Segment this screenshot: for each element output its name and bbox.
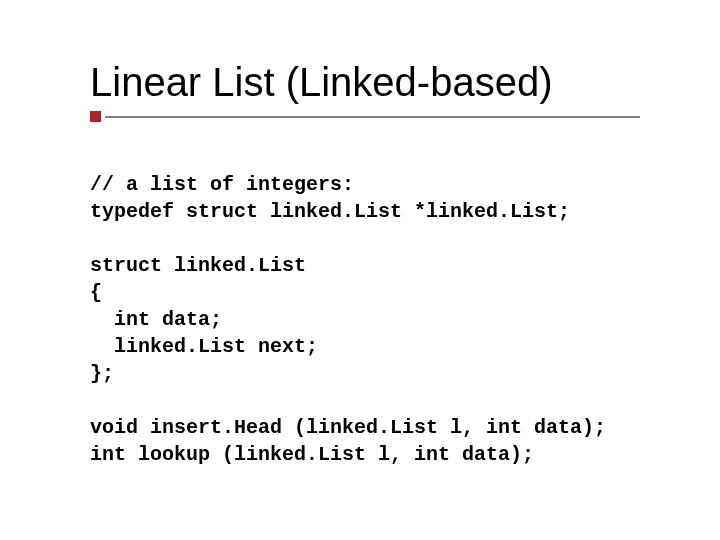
code-line: typedef struct linked.List *linked.List; — [90, 200, 570, 223]
title-underline — [90, 111, 640, 122]
code-block: // a list of integers: typedef struct li… — [90, 144, 640, 495]
slide-title: Linear List (Linked-based) — [90, 60, 640, 105]
bullet-icon — [90, 111, 101, 122]
slide: Linear List (Linked-based) // a list of … — [0, 0, 720, 540]
code-line: struct linked.List — [90, 254, 306, 277]
code-line: }; — [90, 362, 114, 385]
divider-line — [105, 116, 640, 118]
code-line: // a list of integers: — [90, 173, 354, 196]
code-line: int lookup (linked.List l, int data); — [90, 443, 534, 466]
code-line: void insert.Head (linked.List l, int dat… — [90, 416, 606, 439]
code-line: { — [90, 281, 102, 304]
code-line: int data; — [90, 308, 222, 331]
code-line: linked.List next; — [90, 335, 318, 358]
